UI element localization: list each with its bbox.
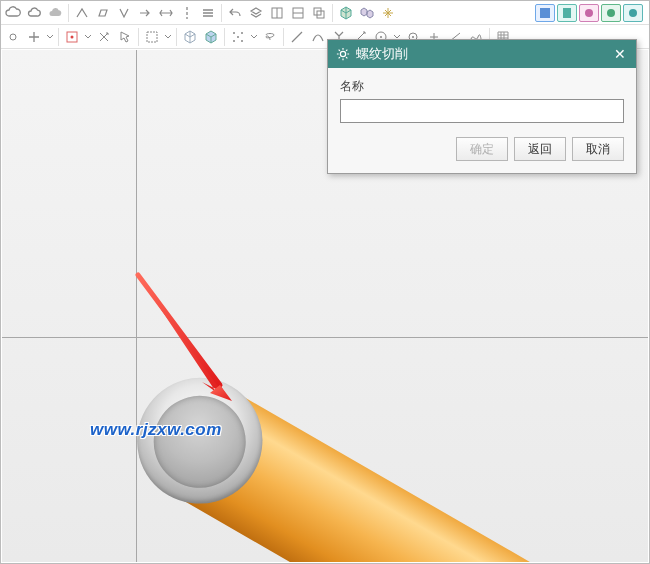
parallelogram-icon[interactable]	[93, 3, 113, 23]
cube-shade-icon[interactable]	[336, 3, 356, 23]
dropdown-icon[interactable]	[249, 27, 259, 47]
layers-icon[interactable]	[246, 3, 266, 23]
toolbar-separator	[176, 28, 177, 46]
cubes-multi-icon[interactable]	[357, 3, 377, 23]
toolbar-separator	[58, 28, 59, 46]
arrow-double-icon[interactable]	[156, 3, 176, 23]
svg-point-14	[241, 32, 243, 34]
svg-point-9	[10, 34, 16, 40]
svg-point-11	[71, 35, 74, 38]
gear-icon	[336, 47, 350, 61]
dialog-close-button[interactable]: ✕	[610, 44, 630, 64]
angle-right-icon[interactable]	[114, 3, 134, 23]
toolbar-row-1	[1, 1, 649, 25]
dropdown-icon[interactable]	[45, 27, 55, 47]
svg-point-23	[340, 51, 345, 56]
cube-solid-icon[interactable]	[201, 27, 221, 47]
svg-point-6	[585, 9, 593, 17]
split-vert-icon[interactable]	[267, 3, 287, 23]
svg-point-20	[380, 36, 382, 38]
select-rect-icon[interactable]	[142, 27, 162, 47]
toolbar-separator	[138, 28, 139, 46]
crosshair-dots-icon[interactable]	[228, 27, 248, 47]
dialog-title-text: 螺纹切削	[356, 45, 408, 63]
close-icon: ✕	[614, 47, 626, 61]
svg-point-7	[607, 9, 615, 17]
dialog-titlebar[interactable]: 螺纹切削 ✕	[328, 40, 636, 68]
dropdown-icon[interactable]	[163, 27, 173, 47]
cloud-outline-icon[interactable]	[3, 3, 23, 23]
model-cylinder[interactable]	[50, 360, 648, 562]
toolbar-separator	[68, 4, 69, 22]
split-horz-icon[interactable]	[288, 3, 308, 23]
view-mode-5[interactable]	[623, 4, 643, 22]
dropdown-icon[interactable]	[83, 27, 93, 47]
arrow-cross-icon[interactable]	[94, 27, 114, 47]
name-input[interactable]	[340, 99, 624, 123]
stack-icon[interactable]	[309, 3, 329, 23]
cancel-button[interactable]: 取消	[572, 137, 624, 161]
circle-small-icon[interactable]	[3, 27, 23, 47]
toolbar-separator	[332, 4, 333, 22]
axis-horizontal	[2, 337, 648, 338]
svg-rect-5	[563, 8, 571, 18]
target-red-icon[interactable]	[62, 27, 82, 47]
svg-point-16	[241, 40, 243, 42]
view-mode-badges	[535, 4, 647, 22]
view-mode-4[interactable]	[601, 4, 621, 22]
view-mode-3[interactable]	[579, 4, 599, 22]
svg-point-17	[237, 36, 239, 38]
view-mode-2[interactable]	[557, 4, 577, 22]
curve-icon[interactable]	[308, 27, 328, 47]
cloud-single-icon[interactable]	[24, 3, 44, 23]
svg-point-13	[233, 32, 235, 34]
svg-point-8	[629, 9, 637, 17]
undo-icon[interactable]	[225, 3, 245, 23]
svg-rect-12	[147, 32, 157, 42]
toolbar-separator	[283, 28, 284, 46]
back-button[interactable]: 返回	[514, 137, 566, 161]
svg-point-22	[412, 36, 414, 38]
thread-cut-dialog: 螺纹切削 ✕ 名称 确定 返回 取消	[327, 39, 637, 174]
angle-icon[interactable]	[72, 3, 92, 23]
pointer-icon[interactable]	[115, 27, 135, 47]
name-field-label: 名称	[340, 78, 624, 95]
arrow-right-icon[interactable]	[135, 3, 155, 23]
bars-icon[interactable]	[198, 3, 218, 23]
cloud-fill-icon[interactable]	[45, 3, 65, 23]
ok-button[interactable]: 确定	[456, 137, 508, 161]
toolbar-separator	[221, 4, 222, 22]
line-icon[interactable]	[287, 27, 307, 47]
svg-point-15	[233, 40, 235, 42]
plus-icon[interactable]	[24, 27, 44, 47]
svg-rect-4	[540, 8, 550, 18]
cube-wire-icon[interactable]	[180, 27, 200, 47]
toolbar-separator	[224, 28, 225, 46]
view-mode-1[interactable]	[535, 4, 555, 22]
lasso-icon[interactable]	[260, 27, 280, 47]
sparkle-icon[interactable]	[378, 3, 398, 23]
vline-dash-icon[interactable]	[177, 3, 197, 23]
